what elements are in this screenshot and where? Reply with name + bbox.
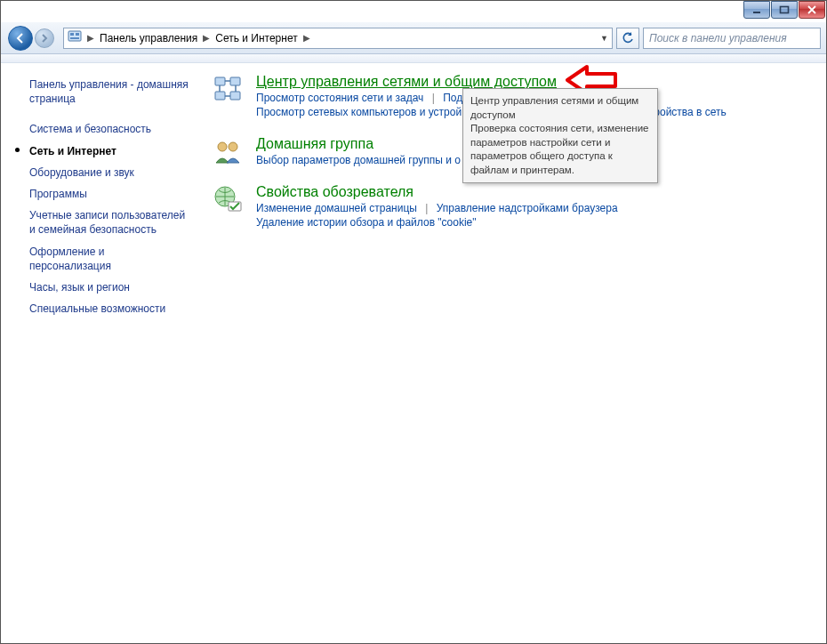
task-link[interactable]: тройства в сеть <box>649 106 727 118</box>
svg-rect-8 <box>215 92 225 100</box>
task-link[interactable]: Изменение домашней страницы <box>256 202 417 214</box>
sidebar-home[interactable]: Панель управления - домашняя страница <box>1 74 201 109</box>
navigation-bar: ▶ Панель управления ▶ Сеть и Интернет ▶ … <box>1 22 826 54</box>
internet-options-icon <box>210 184 245 229</box>
svg-rect-1 <box>781 7 789 13</box>
svg-point-10 <box>218 142 227 151</box>
svg-rect-9 <box>230 92 240 100</box>
homegroup-icon <box>210 136 245 166</box>
task-link[interactable]: Просмотр сетевых компьютеров и устрой <box>256 106 462 118</box>
minimize-button[interactable] <box>743 1 770 19</box>
sidebar-item-ease-of-access[interactable]: Специальные возможности <box>1 298 201 319</box>
svg-rect-0 <box>753 12 760 13</box>
svg-rect-4 <box>76 33 79 36</box>
svg-rect-3 <box>70 33 74 36</box>
task-link[interactable]: Просмотр состояния сети и задач <box>256 92 423 104</box>
chevron-right-icon: ▶ <box>203 33 210 43</box>
chevron-right-icon: ▶ <box>303 33 310 43</box>
svg-rect-2 <box>68 31 81 41</box>
search-input[interactable]: Поиск в панели управления <box>643 28 821 49</box>
task-divider: | <box>427 92 440 104</box>
task-link[interactable]: Управление надстройками браузера <box>437 202 618 214</box>
sidebar-item-hardware-sound[interactable]: Оборудование и звук <box>1 162 201 183</box>
svg-point-11 <box>229 142 237 151</box>
main-content: Центр управления сетями и общим доступом… <box>201 63 826 643</box>
sidebar-item-network-internet[interactable]: Сеть и Интернет <box>1 141 201 162</box>
sidebar-item-system-security[interactable]: Система и безопасность <box>1 118 201 140</box>
refresh-button[interactable] <box>616 28 639 49</box>
address-bar[interactable]: ▶ Панель управления ▶ Сеть и Интернет ▶ … <box>63 28 613 49</box>
sidebar-item-user-accounts[interactable]: Учетные записи пользователей и семейная … <box>1 205 201 240</box>
category-title-link[interactable]: Свойства обозревателя <box>256 184 414 199</box>
category-title-link[interactable]: Домашняя группа <box>256 136 373 151</box>
close-button[interactable] <box>799 1 825 19</box>
toolbar-strip <box>1 54 826 63</box>
svg-rect-7 <box>230 77 240 85</box>
task-link[interactable]: Под <box>443 92 462 104</box>
tooltip: Центр управления сетями и общим доступом… <box>462 88 658 183</box>
breadcrumb-item[interactable]: Панель управления <box>100 32 197 44</box>
search-placeholder: Поиск в панели управления <box>649 32 787 44</box>
sidebar: Панель управления - домашняя страница Си… <box>1 63 201 643</box>
category-internet-options: Свойства обозревателя Изменение домашней… <box>210 184 817 229</box>
forward-button[interactable] <box>35 28 54 48</box>
control-panel-icon <box>68 29 82 46</box>
address-dropdown-icon[interactable]: ▼ <box>600 34 608 43</box>
network-sharing-icon <box>210 74 245 118</box>
maximize-button[interactable] <box>771 1 798 19</box>
task-link[interactable]: Выбор параметров домашней группы и о <box>256 154 461 166</box>
sidebar-item-clock-language[interactable]: Часы, язык и регион <box>1 277 201 298</box>
svg-rect-6 <box>215 77 225 85</box>
tooltip-body: Проверка состояния сети, изменение парам… <box>470 122 650 177</box>
sidebar-item-appearance[interactable]: Оформление и персонализация <box>1 241 201 277</box>
task-link[interactable]: Удаление истории обзора и файлов "cookie… <box>256 216 477 229</box>
chevron-right-icon: ▶ <box>87 33 94 43</box>
category-title-link[interactable]: Центр управления сетями и общим доступом <box>256 74 557 89</box>
svg-rect-5 <box>70 37 79 39</box>
sidebar-item-programs[interactable]: Программы <box>1 183 201 205</box>
window-controls <box>743 1 826 21</box>
back-button[interactable] <box>8 26 33 51</box>
task-divider: | <box>420 202 433 214</box>
tooltip-title: Центр управления сетями и общим доступом <box>470 94 650 122</box>
breadcrumb-item[interactable]: Сеть и Интернет <box>215 32 297 44</box>
